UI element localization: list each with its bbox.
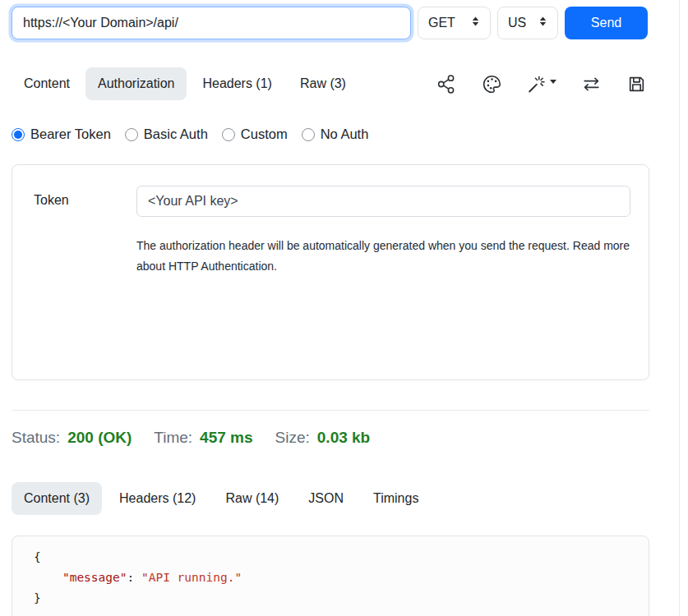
- magic-wand-icon[interactable]: [527, 74, 556, 94]
- token-input[interactable]: [136, 186, 630, 217]
- radio-custom[interactable]: Custom: [222, 126, 288, 142]
- save-icon[interactable]: [626, 74, 647, 94]
- response-tab-headers[interactable]: Headers (12): [107, 482, 208, 515]
- response-tab-content[interactable]: Content (3): [12, 482, 102, 515]
- response-tab-timings[interactable]: Timings: [361, 482, 431, 515]
- code-line: "message": "API running.": [34, 568, 649, 588]
- page-scrollbar[interactable]: [679, 0, 688, 616]
- size-group: Size: 0.03 kb: [275, 429, 371, 447]
- json-key: "message": [62, 571, 127, 584]
- method-select[interactable]: GET: [418, 7, 491, 39]
- code-line: {: [34, 547, 649, 568]
- tab-content[interactable]: Content: [12, 67, 82, 100]
- size-value: 0.03 kb: [317, 429, 370, 447]
- token-label: Token: [34, 186, 136, 217]
- auth-type-options: Bearer Token Basic Auth Custom No Auth: [12, 124, 661, 145]
- updown-arrows-icon: [471, 16, 480, 30]
- radio-bearer-token[interactable]: Bearer Token: [12, 126, 111, 142]
- radio-label: No Auth: [321, 126, 369, 142]
- url-input[interactable]: [12, 7, 411, 39]
- json-string: "API running.": [141, 571, 242, 584]
- tab-authorization[interactable]: Authorization: [85, 67, 187, 100]
- time-label: Time:: [154, 429, 192, 447]
- radio-basic-auth[interactable]: Basic Auth: [125, 126, 208, 142]
- radio-label: Custom: [241, 126, 288, 142]
- palette-icon[interactable]: [482, 74, 502, 94]
- swap-arrows-icon[interactable]: [581, 74, 602, 94]
- main-content: GET US Send Content Authorization Header…: [0, 0, 661, 616]
- method-select-value: GET: [428, 16, 455, 30]
- time-value: 457 ms: [200, 429, 252, 447]
- response-body: { "message": "API running." }: [12, 536, 649, 616]
- response-tab-json[interactable]: JSON: [296, 482, 356, 515]
- radio-button-selected: [12, 128, 25, 141]
- request-bar: GET US Send: [12, 7, 649, 39]
- updown-arrows-icon: [538, 16, 547, 30]
- radio-label: Bearer Token: [30, 126, 111, 142]
- status-label: Status:: [12, 429, 60, 447]
- caret-down-icon: [550, 80, 556, 84]
- request-tabs: Content Authorization Headers (1) Raw (3…: [12, 67, 358, 100]
- section-divider: [12, 410, 649, 411]
- time-group: Time: 457 ms: [154, 429, 252, 447]
- size-label: Size:: [275, 429, 310, 447]
- tab-raw[interactable]: Raw (3): [288, 67, 358, 100]
- status-value: 200 (OK): [67, 429, 132, 447]
- code-line: }: [34, 588, 649, 609]
- radio-label: Basic Auth: [144, 126, 208, 142]
- region-select[interactable]: US: [497, 7, 558, 39]
- response-tab-raw[interactable]: Raw (14): [213, 482, 291, 515]
- token-row: Token: [34, 186, 630, 217]
- radio-button: [125, 128, 138, 141]
- token-help-text: The authorization header will be automat…: [136, 236, 630, 277]
- response-tabs: Content (3) Headers (12) Raw (14) JSON T…: [12, 482, 661, 515]
- share-icon[interactable]: [436, 74, 457, 94]
- radio-button: [302, 128, 315, 141]
- radio-button: [222, 128, 235, 141]
- status-group: Status: 200 (OK): [12, 429, 132, 447]
- tab-headers[interactable]: Headers (1): [190, 67, 284, 100]
- response-summary: Status: 200 (OK) Time: 457 ms Size: 0.03…: [12, 429, 661, 450]
- region-select-value: US: [508, 16, 526, 30]
- bearer-token-panel: Token The authorization header will be a…: [12, 164, 649, 380]
- toolbar: [436, 74, 661, 94]
- request-tabs-row: Content Authorization Headers (1) Raw (3…: [12, 67, 661, 100]
- radio-no-auth[interactable]: No Auth: [302, 126, 369, 142]
- send-button[interactable]: Send: [565, 7, 648, 39]
